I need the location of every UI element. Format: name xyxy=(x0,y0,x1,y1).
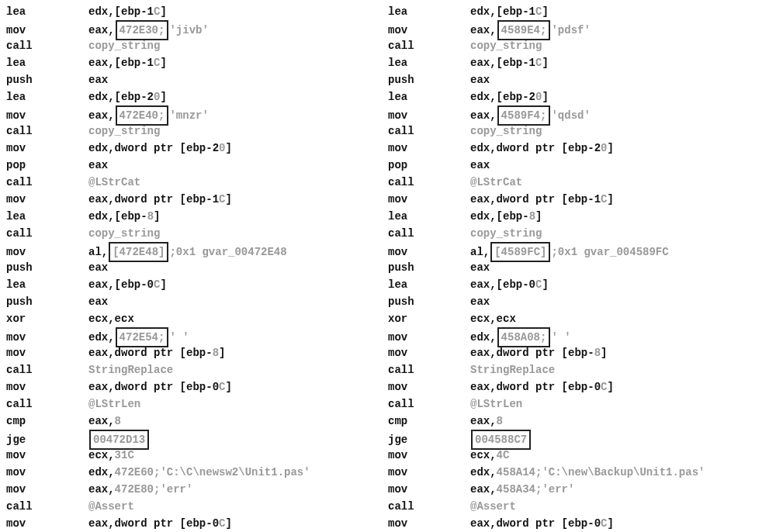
operand-text: edx,[ebp-1 xyxy=(470,3,535,20)
operand-text: ] xyxy=(607,378,613,396)
operand-text: ] xyxy=(607,515,613,532)
operands: copy_string xyxy=(470,37,542,54)
operand-text: @LStrCat xyxy=(88,174,140,191)
operand-text: C xyxy=(535,3,542,20)
operands: eax,dword ptr [ebp-0C] xyxy=(88,515,232,532)
operand-text: eax xyxy=(470,259,490,276)
operands: eax,dword ptr [ebp-1C] xyxy=(88,191,232,208)
mnemonic: jge xyxy=(388,431,470,448)
mnemonic: mov xyxy=(388,22,470,39)
operand-text: 0 xyxy=(535,88,542,105)
operand-text: ] xyxy=(160,3,166,20)
highlight-box: [472E48] xyxy=(109,242,168,262)
operands: ecx,ecx xyxy=(470,310,516,327)
mnemonic: mov xyxy=(6,481,88,498)
operands: StringReplace xyxy=(88,361,173,378)
operand-text: ] xyxy=(542,88,548,105)
asm-row: leaedx,[ebp-8] xyxy=(6,208,388,225)
asm-row: moval,[4589FC];0x1 gvar_004589FC xyxy=(388,242,770,259)
asm-row: movedx,472E54;' ' xyxy=(6,327,388,344)
operand-text: ] xyxy=(542,54,548,71)
mnemonic: lea xyxy=(6,88,88,105)
operand-text: edx, xyxy=(88,464,115,481)
operand-text: @Assert xyxy=(88,498,134,515)
operands: copy_string xyxy=(88,123,160,140)
operand-text: C xyxy=(154,3,160,20)
asm-row: callcopy_string xyxy=(6,225,388,242)
mnemonic: lea xyxy=(6,276,88,293)
operand-text: ;0x1 gvar_00472E48 xyxy=(169,244,286,261)
operand-text: 'qdsd' xyxy=(551,107,590,124)
operand-text: ] xyxy=(607,140,613,157)
mnemonic: mov xyxy=(6,447,88,464)
asm-row: jge004588C7 xyxy=(388,430,770,447)
mnemonic: lea xyxy=(6,54,88,71)
disassembly-column-left: leaedx,[ebp-1C]moveax,472E30;'jivb'callc… xyxy=(6,3,388,532)
operands: eax,dword ptr [ebp-0C] xyxy=(88,378,232,396)
asm-row: pusheax xyxy=(388,293,770,310)
operand-text: ecx,ecx xyxy=(88,310,134,327)
asm-row: call@LStrLen xyxy=(388,396,770,413)
operand-text: eax, xyxy=(470,413,497,430)
operand-text: C xyxy=(601,378,607,396)
operand-text: eax xyxy=(470,71,490,88)
mnemonic: mov xyxy=(388,464,470,481)
mnemonic: lea xyxy=(388,88,470,105)
asm-row: moveax,458A34;'err' xyxy=(388,481,770,498)
operands: edx,dword ptr [ebp-20] xyxy=(88,140,232,157)
operand-text: 8 xyxy=(115,413,121,430)
asm-row: leaedx,[ebp-20] xyxy=(6,88,388,105)
operand-text: al, xyxy=(470,244,490,261)
mnemonic: mov xyxy=(6,107,88,124)
mnemonic: xor xyxy=(388,310,470,327)
asm-row: movedx,dword ptr [ebp-20] xyxy=(6,140,388,157)
operand-text: edx,dword ptr [ebp-2 xyxy=(470,140,601,157)
operand-text: 8 xyxy=(529,208,535,225)
mnemonic: mov xyxy=(388,191,470,208)
asm-row: leaeax,[ebp-1C] xyxy=(6,54,388,71)
asm-row: callStringReplace xyxy=(388,361,770,378)
operand-text: al, xyxy=(88,244,108,261)
asm-row: moveax,4589F4;'qdsd' xyxy=(388,105,770,123)
mnemonic: mov xyxy=(6,515,88,532)
operands: eax,[ebp-0C] xyxy=(88,276,167,293)
operand-text: ecx,ecx xyxy=(470,310,516,327)
asm-row: leaedx,[ebp-1C] xyxy=(6,3,388,20)
operand-text: C xyxy=(535,54,542,71)
operand-text: ecx, xyxy=(88,447,115,464)
operand-text: 8 xyxy=(147,208,154,225)
mnemonic: call xyxy=(6,37,88,54)
disassembly-column-right: leaedx,[ebp-1C]moveax,4589E4;'pdsf'callc… xyxy=(388,3,770,532)
asm-row: call@LStrCat xyxy=(6,174,388,191)
mnemonic: lea xyxy=(388,54,470,71)
operand-text: StringReplace xyxy=(88,361,173,378)
asm-row: movecx,31C xyxy=(6,447,388,464)
mnemonic: call xyxy=(6,225,88,242)
operand-text: eax,[ebp-1 xyxy=(470,54,535,71)
mnemonic: pop xyxy=(388,157,470,174)
asm-row: movecx,4C xyxy=(388,447,770,464)
asm-row: movedx,458A08;' ' xyxy=(388,327,770,344)
asm-row: leaeax,[ebp-1C] xyxy=(388,54,770,71)
mnemonic: push xyxy=(388,293,470,310)
highlight-box: [4589FC] xyxy=(490,242,550,262)
operands: copy_string xyxy=(88,37,160,54)
operand-text: C xyxy=(601,515,607,532)
mnemonic: mov xyxy=(6,244,88,261)
mnemonic: pop xyxy=(6,157,88,174)
operand-text: edx,[ebp-2 xyxy=(470,88,535,105)
operand-text: eax, xyxy=(88,22,115,39)
operand-text: eax,dword ptr [ebp-0 xyxy=(470,378,601,396)
mnemonic: mov xyxy=(388,378,470,396)
operands: edx,[ebp-8] xyxy=(88,208,160,225)
operand-text: 0 xyxy=(601,140,607,157)
disassembly-page: leaedx,[ebp-1C]moveax,472E30;'jivb'callc… xyxy=(0,0,776,532)
operand-text: C xyxy=(219,378,225,396)
asm-row: call@Assert xyxy=(388,498,770,515)
operands: @LStrCat xyxy=(470,174,522,191)
operand-text: eax xyxy=(88,71,108,88)
operand-text: ] xyxy=(219,344,225,361)
operands: edx,dword ptr [ebp-20] xyxy=(470,140,614,157)
operands: al,[472E48];0x1 gvar_00472E48 xyxy=(88,242,287,262)
operand-text: eax,dword ptr [ebp- xyxy=(88,344,213,361)
